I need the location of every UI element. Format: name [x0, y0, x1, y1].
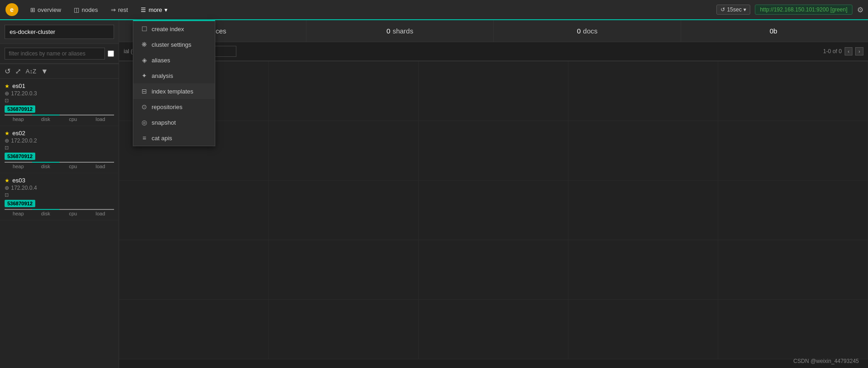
cluster-name-display[interactable]: es-docker-cluster	[5, 25, 114, 39]
grid-cell	[718, 61, 868, 121]
metric-heap: heap	[5, 209, 32, 216]
node-id-badge: 536870912	[5, 105, 35, 113]
node-icons-row: ⊡	[5, 98, 114, 104]
more-dropdown-menu: ☐ create index ❋ cluster settings ◈ alia…	[133, 20, 215, 146]
next-page-button[interactable]: ›	[855, 47, 863, 55]
watermark: CSDN @weixin_44793245	[793, 358, 859, 364]
network-icon: ⊕	[5, 90, 9, 97]
grid-cell	[419, 240, 568, 300]
grid-cell	[419, 61, 568, 121]
grid-cell	[419, 121, 568, 181]
indices-filter-input[interactable]	[5, 48, 105, 60]
node-star-icon: ★	[5, 177, 10, 184]
cluster-selector[interactable]: es-docker-cluster	[0, 20, 119, 44]
node-star-icon: ★	[5, 83, 10, 89]
grid-cell	[269, 181, 419, 240]
grid-cell	[269, 300, 419, 359]
node-icons-row: ⊡	[5, 145, 114, 151]
top-navigation: e ⊞ overview ◫ nodes ⇒ rest ☰ more ▾ ↺ 1…	[0, 0, 868, 20]
cluster-url-badge: http://192.168.150.101:9200 [green]	[755, 5, 852, 15]
dropdown-snapshot[interactable]: ◎ snapshot	[133, 115, 215, 130]
network-icon: ⊕	[5, 137, 9, 144]
create-index-icon: ☐	[141, 25, 148, 33]
grid-cell	[718, 240, 868, 300]
dropdown-index-templates[interactable]: ⊟ index templates	[133, 83, 215, 99]
grid-cell	[568, 61, 718, 121]
nav-rest[interactable]: ⇒ rest	[104, 0, 135, 20]
grid-cell	[269, 61, 419, 121]
stat-shards: 0 shards	[306, 20, 494, 42]
indices-filter-row	[0, 44, 119, 64]
refresh-indices-icon[interactable]: ↺	[5, 67, 11, 76]
main-content: 0 indices 0 shards 0 docs 0b ial (0)	[119, 20, 868, 368]
expand-icon[interactable]: ⤢	[15, 67, 21, 76]
metric-disk: disk	[32, 209, 60, 216]
dropdown-cat-apis[interactable]: ≡ cat apis	[133, 130, 215, 146]
settings-icon[interactable]: ⚙	[857, 5, 863, 14]
dropdown-aliases[interactable]: ◈ aliases	[133, 52, 215, 68]
refresh-control[interactable]: ↺ 15sec ▾	[716, 5, 750, 15]
more-icon: ☰	[141, 6, 146, 13]
grid-cell	[269, 240, 419, 300]
logo-icon: e	[5, 3, 18, 16]
node-item[interactable]: ★ es03 ⊕ 172.20.0.4 ⊡ 536870912 heap	[0, 173, 119, 220]
node-item[interactable]: ★ es02 ⊕ 172.20.0.2 ⊡ 536870912 heap	[0, 126, 119, 173]
stat-docs: 0 docs	[494, 20, 681, 42]
dropdown-analysis[interactable]: ✦ analysis	[133, 68, 215, 83]
node-metrics-row: heap disk cpu load	[5, 162, 114, 169]
metric-cpu: cpu	[60, 162, 87, 169]
overview-icon: ⊞	[30, 6, 35, 13]
nav-overview[interactable]: ⊞ overview	[24, 0, 67, 20]
app-logo: e	[5, 2, 19, 17]
grid-cell	[119, 240, 269, 300]
node-item[interactable]: ★ es01 ⊕ 172.20.0.3 ⊡ 536870912 heap	[0, 79, 119, 126]
metric-disk: disk	[32, 162, 60, 169]
stats-bar: 0 indices 0 shards 0 docs 0b	[119, 20, 868, 42]
grid-cell	[568, 121, 718, 181]
grid-cell	[419, 181, 568, 240]
node-ip-row: ⊕ 172.20.0.3	[5, 90, 114, 97]
indices-grid	[119, 61, 868, 368]
metric-cpu: cpu	[60, 209, 87, 216]
dropdown-create-index[interactable]: ☐ create index	[133, 21, 215, 37]
sidebar-toolbar: ↺ ⤢ A↕Z ▼	[0, 64, 119, 79]
stat-size: 0b	[681, 20, 868, 42]
metric-load: load	[87, 115, 114, 122]
grid-cell	[568, 300, 718, 359]
aliases-icon: ◈	[141, 56, 148, 64]
prev-page-button[interactable]: ‹	[845, 47, 853, 55]
metric-load: load	[87, 162, 114, 169]
cluster-settings-icon: ❋	[141, 41, 148, 48]
grid-cell	[119, 300, 269, 359]
node-name-row: ★ es03	[5, 177, 114, 184]
metric-cpu: cpu	[60, 115, 87, 122]
grid-cell	[269, 121, 419, 181]
filter-down-icon[interactable]: ▼	[41, 67, 48, 76]
sort-az-icon[interactable]: A↕Z	[26, 68, 36, 75]
refresh-chevron-icon: ▾	[743, 6, 746, 13]
nav-more[interactable]: ☰ more ▾	[134, 0, 174, 20]
chevron-down-icon: ▾	[164, 6, 168, 13]
sidebar: es-docker-cluster ↺ ⤢ A↕Z ▼ ★ es01	[0, 20, 119, 368]
indices-filter-checkbox[interactable]	[108, 50, 114, 57]
node-star-icon: ★	[5, 130, 10, 137]
grid-cell	[718, 181, 868, 240]
node-type-icon: ⊡	[5, 192, 9, 198]
node-type-icon: ⊡	[5, 145, 9, 151]
dropdown-repositories[interactable]: ⊙ repositories	[133, 99, 215, 115]
pagination-controls: 1-0 of 0 ‹ ›	[823, 47, 863, 55]
node-ip-row: ⊕ 172.20.0.2	[5, 137, 114, 144]
metric-disk: disk	[32, 115, 60, 122]
metric-heap: heap	[5, 162, 32, 169]
node-id-badge: 536870912	[5, 200, 35, 207]
dropdown-cluster-settings[interactable]: ❋ cluster settings	[133, 37, 215, 52]
node-ip-row: ⊕ 172.20.0.4	[5, 185, 114, 191]
analysis-icon: ✦	[141, 72, 148, 79]
node-icons-row: ⊡	[5, 192, 114, 198]
nav-nodes[interactable]: ◫ nodes	[67, 0, 104, 20]
content-area: ial (0) 1-0 of 0 ‹ ›	[119, 42, 868, 368]
node-id-badge: 536870912	[5, 153, 35, 160]
grid-cell	[718, 121, 868, 181]
node-metrics-row: heap disk cpu load	[5, 209, 114, 216]
nodes-icon: ◫	[74, 6, 79, 13]
